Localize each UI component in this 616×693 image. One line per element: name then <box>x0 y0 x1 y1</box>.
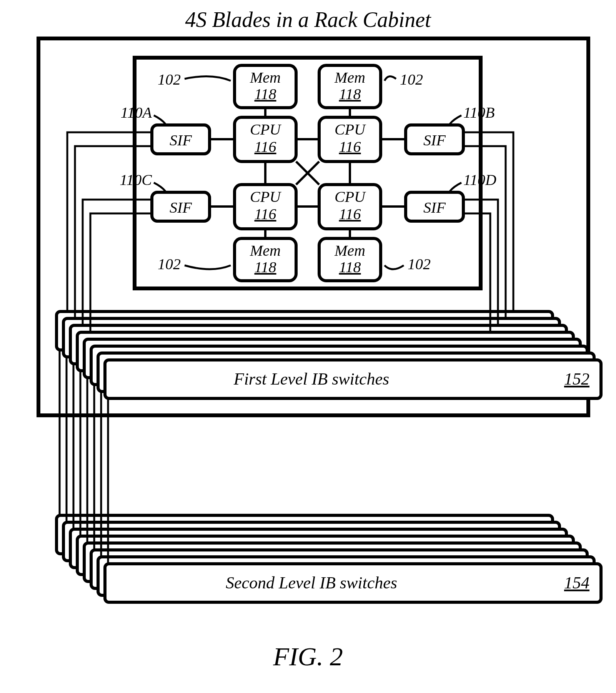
svg-text:116: 116 <box>254 205 276 223</box>
first-level-switches: First Level IB switches 152 <box>57 312 601 398</box>
svg-text:102: 102 <box>408 255 431 273</box>
cpu-top-left: CPU 116 <box>235 117 296 162</box>
figure-caption: FIG. 2 <box>273 642 343 671</box>
mem-block-bottom-left: Mem 118 <box>235 238 296 281</box>
svg-text:118: 118 <box>339 258 361 276</box>
svg-text:CPU: CPU <box>250 121 282 138</box>
second-level-switch-ref: 154 <box>564 573 589 592</box>
svg-text:116: 116 <box>339 205 361 223</box>
mem-block-top-right: Mem 118 <box>319 65 381 108</box>
cpu-bottom-right: CPU 116 <box>319 185 381 229</box>
svg-text:116: 116 <box>254 138 276 155</box>
sif-c-block: SIF <box>152 192 210 221</box>
svg-text:CPU: CPU <box>335 121 366 138</box>
svg-text:116: 116 <box>339 138 361 155</box>
svg-text:110B: 110B <box>463 104 494 121</box>
svg-text:110C: 110C <box>120 171 152 188</box>
cpu-bottom-left: CPU 116 <box>235 185 296 229</box>
svg-text:118: 118 <box>339 85 361 103</box>
svg-text:110A: 110A <box>121 104 152 121</box>
svg-text:118: 118 <box>254 258 276 276</box>
svg-text:Mem: Mem <box>250 69 281 86</box>
svg-text:Mem: Mem <box>334 242 365 259</box>
svg-text:102: 102 <box>400 71 423 88</box>
svg-text:102: 102 <box>158 71 181 88</box>
blade-board: Mem 118 Mem 118 CPU 116 CPU 116 CPU 116 <box>120 58 496 288</box>
svg-text:SIF: SIF <box>423 132 446 149</box>
second-level-switch-label: Second Level IB switches <box>226 573 397 592</box>
second-level-switches: Second Level IB switches 154 <box>57 515 601 602</box>
first-level-switch-label: First Level IB switches <box>233 370 390 388</box>
first-level-switch-ref: 152 <box>564 370 589 388</box>
svg-text:CPU: CPU <box>335 188 366 205</box>
svg-text:118: 118 <box>254 85 276 103</box>
svg-text:Mem: Mem <box>250 242 281 259</box>
svg-text:SIF: SIF <box>170 199 192 216</box>
cpu-top-right: CPU 116 <box>319 117 381 162</box>
svg-text:110D: 110D <box>463 171 496 188</box>
sif-b-block: SIF <box>406 125 463 154</box>
sif-d-block: SIF <box>406 192 463 221</box>
svg-text:102: 102 <box>158 255 181 273</box>
svg-text:CPU: CPU <box>250 188 282 205</box>
svg-text:Mem: Mem <box>334 69 365 86</box>
mem-block-top-left: Mem 118 <box>235 65 296 108</box>
mem-block-bottom-right: Mem 118 <box>319 238 381 281</box>
diagram-title: 4S Blades in a Rack Cabinet <box>185 8 431 32</box>
sif-a-block: SIF <box>152 125 210 154</box>
svg-text:SIF: SIF <box>423 199 446 216</box>
svg-text:SIF: SIF <box>170 132 192 149</box>
